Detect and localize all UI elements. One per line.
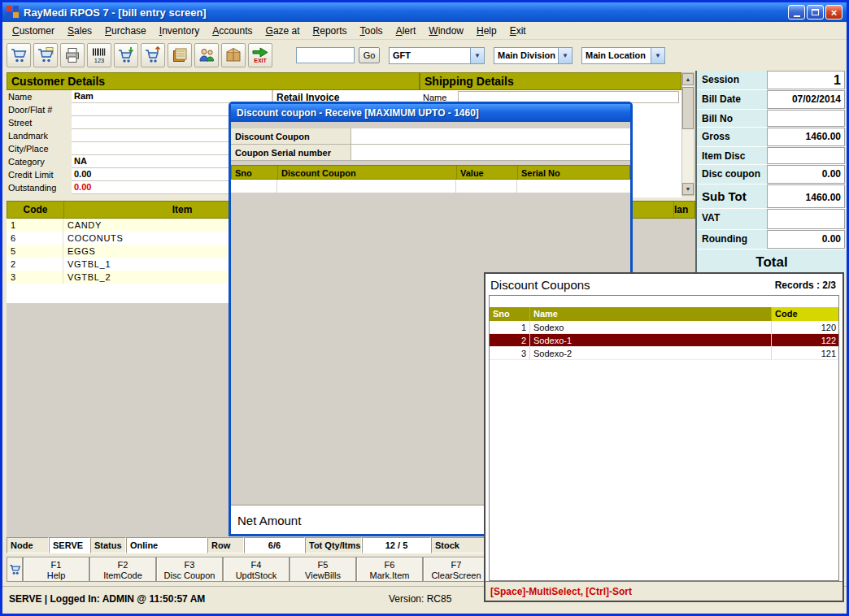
parcel-icon — [224, 46, 242, 64]
menu-help[interactable]: Help — [470, 23, 503, 39]
menu-purchase[interactable]: Purchase — [98, 23, 153, 39]
details-scrollbar[interactable]: ▲ ▼ — [681, 72, 694, 196]
sno-column-header[interactable]: Sno — [490, 307, 530, 321]
division-combo-value: Main Division — [494, 50, 558, 60]
f6-mark-item-button[interactable]: F6Mark.Item — [356, 557, 423, 582]
menu-reports[interactable]: Reports — [307, 23, 354, 39]
disc-coupon-label: Disc coupon — [697, 165, 767, 184]
field-label: Door/Flat # — [7, 103, 72, 116]
ledger-button[interactable] — [168, 43, 192, 67]
menu-window[interactable]: Window — [422, 23, 470, 39]
ledger-icon — [171, 46, 189, 64]
f4-updtstock-button[interactable]: F4UpdtStock — [223, 557, 290, 582]
bill-cart-icon — [10, 46, 28, 64]
node-label: Node — [7, 537, 49, 553]
go-button[interactable]: Go — [359, 47, 380, 63]
tot-qty-label: Tot Qty/Itms — [305, 537, 362, 553]
f3-disc-coupon-button[interactable]: F3Disc Coupon — [156, 557, 223, 582]
gross-value: 1460.00 — [767, 128, 845, 146]
f1-help-button[interactable]: F1Help — [23, 557, 89, 582]
coupon-row[interactable]: 3 Sodexo-2 121 — [490, 347, 838, 360]
code-column-header[interactable]: Code — [772, 307, 838, 321]
bill-note-icon — [37, 46, 54, 64]
status-value: Online — [126, 537, 207, 553]
menu-accounts[interactable]: Accounts — [206, 23, 259, 39]
menu-alert[interactable]: Alert — [390, 23, 423, 39]
partial-column-header: lan — [673, 202, 694, 218]
f2-itemcode-button[interactable]: F2ItemCode — [89, 557, 156, 582]
vat-value — [767, 209, 845, 229]
title-bar: RayMedi RPOS 7 - [bill entry screen] × — [2, 2, 847, 22]
exit-label: EXIT — [254, 58, 267, 63]
customer-details-header: Customer Details — [7, 72, 420, 90]
barcode-button[interactable]: 123 — [87, 43, 111, 67]
location-combo[interactable]: Main Location ▼ — [581, 47, 665, 64]
coupon-row[interactable]: 1 Sodexo 120 — [490, 321, 838, 334]
function-key-bar: F1Help F2ItemCode F3Disc Coupon F4UpdtSt… — [7, 557, 490, 583]
quick-search-input[interactable] — [296, 47, 355, 63]
discount-coupon-input[interactable] — [351, 128, 630, 144]
coupon-row-selected[interactable]: 2 Sodexo-1 122 — [490, 334, 838, 347]
sub-tot-label: Sub Tot — [697, 184, 767, 208]
menu-exit[interactable]: Exit — [503, 23, 533, 39]
dialog-empty-row[interactable] — [231, 180, 630, 193]
records-count: Records : 2/3 — [775, 280, 836, 291]
popup-title: Discount Coupons — [490, 278, 590, 292]
barcode-icon: 123 — [90, 46, 108, 64]
f5-viewbills-button[interactable]: F5ViewBills — [290, 557, 356, 582]
row-value: 6/6 — [244, 537, 305, 553]
svg-text:123: 123 — [94, 57, 105, 64]
chevron-down-icon[interactable]: ▼ — [558, 48, 572, 63]
menu-customer[interactable]: Customer — [6, 23, 61, 39]
shipping-details-header: Shipping Details — [420, 72, 681, 90]
issue-stock-button[interactable] — [141, 43, 165, 67]
cart-receive-icon — [117, 46, 135, 64]
receive-stock-button[interactable] — [114, 43, 138, 67]
coupon-serial-input[interactable] — [351, 145, 630, 160]
menu-tools[interactable]: Tools — [354, 23, 390, 39]
chevron-down-icon[interactable]: ▼ — [470, 48, 484, 63]
rounding-value: 0.00 — [767, 230, 845, 249]
menu-sales[interactable]: Sales — [61, 23, 98, 39]
status-bar: Node SERVE Status Online Row 6/6 Tot Qty… — [7, 537, 485, 553]
close-button[interactable]: × — [825, 5, 842, 20]
exit-button[interactable]: EXIT — [248, 43, 272, 67]
customers-icon — [198, 46, 216, 64]
rounding-label: Rounding — [697, 230, 767, 249]
login-status: SERVE | Logged In: ADMIN @ 11:50:57 AM — [9, 593, 205, 605]
new-bill-button[interactable] — [7, 43, 31, 67]
stock-parcel-button[interactable] — [221, 43, 246, 67]
version-label: Version: RC85 — [389, 593, 451, 605]
app-logo-icon — [7, 6, 20, 19]
print-button[interactable] — [60, 43, 85, 67]
bill-no-value — [767, 110, 845, 127]
field-label: Landmark — [7, 129, 72, 142]
field-label: Outstanding — [7, 181, 72, 194]
chevron-down-icon[interactable]: ▼ — [651, 48, 664, 63]
vat-label: VAT — [697, 209, 767, 229]
menu-inventory[interactable]: Inventory — [153, 23, 206, 39]
mini-cart-icon — [9, 563, 21, 575]
customers-button[interactable] — [194, 43, 219, 67]
scroll-thumb[interactable] — [682, 87, 694, 129]
division-combo[interactable]: Main Division ▼ — [494, 47, 573, 64]
field-label: Category — [7, 155, 72, 168]
window-title: RayMedi RPOS 7 - [bill entry screen] — [24, 7, 784, 19]
field-label: Street — [7, 116, 72, 129]
name-column-header[interactable]: Name — [530, 307, 772, 321]
field-label: City/Place — [7, 142, 72, 155]
restore-button[interactable] — [807, 5, 824, 20]
minimize-button[interactable] — [788, 5, 805, 20]
status-label: Status — [90, 537, 126, 553]
disc-coupon-value: 0.00 — [767, 165, 845, 184]
mini-cart-button[interactable] — [7, 557, 23, 582]
company-combo[interactable]: GFT ▼ — [389, 47, 485, 64]
edit-bill-button[interactable] — [33, 43, 58, 67]
field-label: Credit Limit — [7, 168, 72, 181]
menu-gaze-at[interactable]: Gaze at — [259, 23, 307, 39]
scroll-up-icon[interactable]: ▲ — [682, 73, 694, 85]
f7-clearscreen-button[interactable]: F7ClearScreen — [423, 557, 490, 582]
exit-icon — [251, 47, 269, 58]
scroll-down-icon[interactable]: ▼ — [682, 183, 694, 195]
discount-coupons-popup: Discount Coupons Records : 2/3 Sno Name … — [484, 272, 844, 602]
